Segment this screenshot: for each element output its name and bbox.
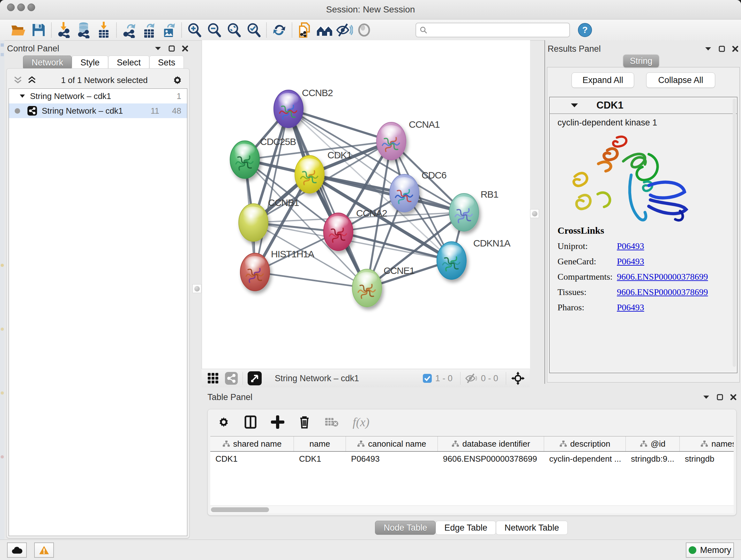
- memory-button[interactable]: Memory: [686, 543, 734, 558]
- column-header-shared-name[interactable]: shared name: [210, 436, 294, 451]
- network-view-share-icon[interactable]: [225, 372, 238, 385]
- results-scrollbar[interactable]: [733, 99, 736, 367]
- section-collapse-icon[interactable]: [570, 103, 579, 108]
- birds-eye-view-icon[interactable]: [247, 371, 262, 386]
- control-panel-tabs: NetworkStyleSelectSets: [23, 56, 184, 70]
- network-row-selected[interactable]: String Network – cdk1 11 48: [9, 104, 187, 118]
- table-row[interactable]: CDK1CDK1P064939606.ENSP00000378699cyclin…: [210, 452, 734, 466]
- save-session-button[interactable]: [29, 21, 49, 39]
- network-node-CCNE1[interactable]: CCNE1: [352, 265, 414, 307]
- network-edge[interactable]: [288, 109, 391, 141]
- network-canvas[interactable]: CCNB2CCNA1CDC25BCDK1CDC6RB1CCNB1CCNA2CDK…: [202, 40, 530, 369]
- column-header-description[interactable]: description: [544, 436, 626, 451]
- search-input[interactable]: [428, 25, 556, 35]
- search-field[interactable]: [415, 23, 570, 37]
- table-options-gear-icon[interactable]: [217, 416, 230, 428]
- zoom-in-button[interactable]: [185, 21, 204, 39]
- gear-icon[interactable]: [172, 75, 183, 85]
- help-button[interactable]: ?: [575, 21, 595, 39]
- close-panel-icon[interactable]: [182, 45, 188, 52]
- float-panel-icon[interactable]: [169, 45, 175, 52]
- hide-selected-button[interactable]: [334, 21, 354, 39]
- import-table-button[interactable]: [94, 21, 114, 39]
- warning-icon: [39, 545, 50, 555]
- node-label: HIST1H1A: [271, 249, 314, 259]
- network-edge[interactable]: [288, 109, 367, 288]
- network-node-CCNB2[interactable]: CCNB2: [274, 87, 333, 128]
- delete-table-icon-disabled: [325, 417, 339, 428]
- collapse-all-button[interactable]: Collapse All: [646, 72, 715, 88]
- new-network-from-selection-button[interactable]: [295, 21, 315, 39]
- table-horizontal-scrollbar[interactable]: [210, 505, 734, 513]
- column-header--id[interactable]: @id: [626, 436, 680, 451]
- grid-view-icon[interactable]: [207, 372, 219, 385]
- warnings-button[interactable]: [34, 543, 54, 558]
- network-collection-row[interactable]: String Network – cdk1 1: [9, 89, 187, 104]
- panel-menu-icon[interactable]: [154, 46, 161, 51]
- gene-description: cyclin-dependent kinase 1: [557, 118, 657, 128]
- float-panel-icon[interactable]: [719, 46, 725, 52]
- home-networks-button[interactable]: [315, 21, 334, 39]
- delete-trash-icon[interactable]: [298, 415, 311, 429]
- scrollbar-thumb[interactable]: [211, 507, 269, 512]
- network-node-CCNB1[interactable]: CCNB1: [239, 197, 299, 241]
- crosslink-link[interactable]: P06493: [617, 241, 644, 251]
- open-session-button[interactable]: [9, 21, 29, 39]
- network-share-icon: [27, 106, 37, 116]
- import-network-database-button[interactable]: [74, 21, 94, 39]
- float-panel-icon[interactable]: [717, 394, 723, 400]
- right-splitter-handle[interactable]: [530, 209, 539, 218]
- export-table-button[interactable]: [139, 21, 159, 39]
- close-panel-icon[interactable]: [732, 46, 738, 52]
- collapse-all-icon[interactable]: [13, 76, 23, 84]
- column-header-canonical-name[interactable]: canonical name: [346, 436, 438, 451]
- gene-section-header[interactable]: CDK1: [550, 98, 737, 114]
- tab-node-table[interactable]: Node Table: [375, 521, 435, 535]
- show-hidden-button[interactable]: [354, 21, 374, 39]
- tab-string[interactable]: String: [623, 55, 659, 67]
- expand-all-icon[interactable]: [27, 76, 37, 84]
- selected-checkbox-icon[interactable]: [422, 374, 432, 383]
- close-panel-icon[interactable]: [730, 394, 737, 400]
- cloud-status-button[interactable]: [7, 543, 27, 558]
- column-header-database-identifier[interactable]: database identifier: [438, 436, 544, 451]
- add-row-icon[interactable]: [271, 415, 284, 429]
- node-label: CDC25B: [260, 136, 296, 147]
- crosslink-link[interactable]: 9606.ENSP00000378699: [617, 272, 708, 282]
- crosslink-link[interactable]: P06493: [617, 302, 644, 313]
- tab-network[interactable]: Network: [23, 56, 72, 70]
- tab-select[interactable]: Select: [108, 56, 149, 70]
- zoom-selected-button[interactable]: [244, 21, 264, 39]
- refresh-button[interactable]: [269, 21, 289, 39]
- search-icon: [419, 26, 428, 34]
- tab-network-table[interactable]: Network Table: [496, 521, 568, 535]
- crosslink-link[interactable]: P06493: [617, 256, 644, 266]
- column-header-namespace[interactable]: namespace: [680, 436, 734, 451]
- left-splitter-handle[interactable]: [192, 284, 201, 293]
- expand-all-button[interactable]: Expand All: [571, 72, 634, 88]
- network-node-CDKN1A[interactable]: CDKN1A: [437, 238, 511, 279]
- network-node-CCNA1[interactable]: CCNA1: [377, 119, 440, 160]
- crosslink-link[interactable]: 9606.ENSP00000378699: [617, 287, 708, 297]
- tab-style[interactable]: Style: [72, 56, 108, 70]
- zoom-out-button[interactable]: [204, 21, 224, 39]
- tree-expander-icon[interactable]: [19, 94, 25, 98]
- export-image-button[interactable]: [159, 21, 179, 39]
- zoom-fit-button[interactable]: [224, 21, 244, 39]
- pan-crosshair-icon[interactable]: [511, 371, 525, 386]
- network-edge[interactable]: [255, 272, 367, 288]
- crosslink-row: Pharos:P06493: [557, 302, 731, 313]
- export-network-button[interactable]: [119, 21, 139, 39]
- network-node-RB1[interactable]: RB1: [449, 189, 498, 231]
- import-network-button[interactable]: [54, 21, 74, 39]
- hidden-count: 0 - 0: [481, 374, 498, 383]
- refresh-icon: [272, 22, 287, 38]
- column-header-name[interactable]: name: [294, 436, 346, 451]
- table-cell: CDK1: [294, 452, 346, 466]
- network-node-HIST1H1A[interactable]: HIST1H1A: [240, 249, 314, 291]
- panel-menu-icon[interactable]: [704, 47, 712, 51]
- add-column-icon[interactable]: [244, 415, 257, 429]
- tab-edge-table[interactable]: Edge Table: [435, 521, 496, 535]
- panel-menu-icon[interactable]: [703, 395, 710, 399]
- tab-sets[interactable]: Sets: [149, 56, 184, 70]
